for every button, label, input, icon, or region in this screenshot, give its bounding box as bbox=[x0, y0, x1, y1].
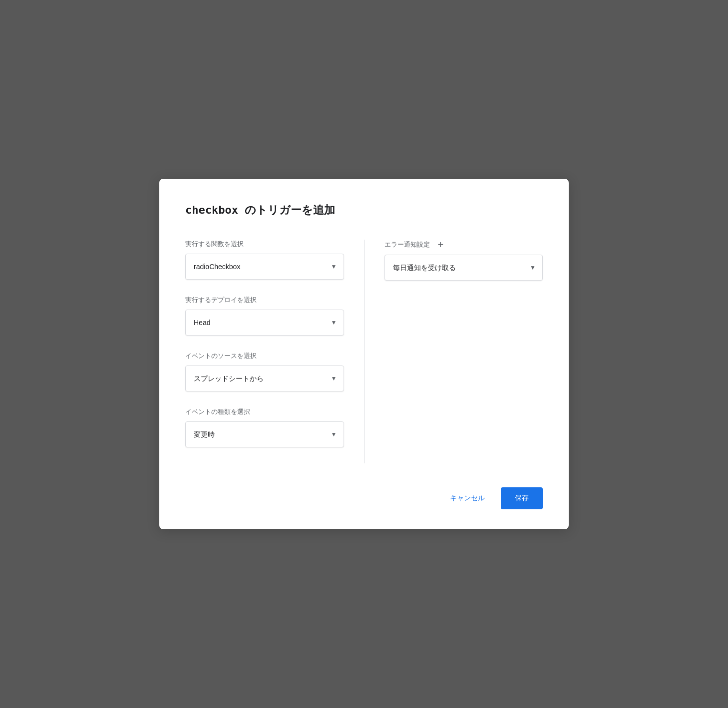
deploy-select-wrapper: Head ▼ bbox=[185, 310, 344, 336]
dialog-footer: キャンセル 保存 bbox=[185, 487, 543, 509]
right-panel: エラー通知設定 + 毎日通知を受け取る ▼ bbox=[364, 240, 543, 463]
event-type-field-group: イベントの種類を選択 変更時 ▼ bbox=[185, 407, 344, 447]
event-type-select[interactable]: 変更時 bbox=[185, 421, 344, 447]
error-notification-header: エラー通知設定 + bbox=[384, 240, 543, 250]
notification-select-wrapper: 毎日通知を受け取る ▼ bbox=[384, 255, 543, 281]
source-field-group: イベントのソースを選択 スプレッドシートから ▼ bbox=[185, 352, 344, 391]
save-button[interactable]: 保存 bbox=[501, 487, 543, 509]
dialog-title-checkbox: checkbox bbox=[185, 204, 238, 216]
function-label: 実行する関数を選択 bbox=[185, 240, 344, 249]
event-type-select-wrapper: 変更時 ▼ bbox=[185, 421, 344, 447]
dialog-overlay: checkbox のトリガーを追加 実行する関数を選択 radioCheckbo… bbox=[0, 0, 728, 708]
dialog-title-suffix: のトリガーを追加 bbox=[238, 204, 335, 216]
function-field-group: 実行する関数を選択 radioCheckbox ▼ bbox=[185, 240, 344, 280]
left-panel: 実行する関数を選択 radioCheckbox ▼ 実行するデプロイを選択 He… bbox=[185, 240, 364, 463]
error-notification-label: エラー通知設定 bbox=[384, 240, 430, 249]
source-select[interactable]: スプレッドシートから bbox=[185, 365, 344, 391]
dialog-title: checkbox のトリガーを追加 bbox=[185, 203, 543, 218]
deploy-select[interactable]: Head bbox=[185, 310, 344, 336]
function-select[interactable]: radioCheckbox bbox=[185, 254, 344, 280]
function-select-wrapper: radioCheckbox ▼ bbox=[185, 254, 344, 280]
deploy-label: 実行するデプロイを選択 bbox=[185, 296, 344, 305]
error-notification-field-group: エラー通知設定 + 毎日通知を受け取る ▼ bbox=[384, 240, 543, 281]
event-type-label: イベントの種類を選択 bbox=[185, 407, 344, 416]
add-notification-button[interactable]: + bbox=[436, 240, 446, 250]
dialog: checkbox のトリガーを追加 実行する関数を選択 radioCheckbo… bbox=[159, 179, 569, 529]
source-label: イベントのソースを選択 bbox=[185, 352, 344, 360]
dialog-body: 実行する関数を選択 radioCheckbox ▼ 実行するデプロイを選択 He… bbox=[185, 240, 543, 463]
cancel-button[interactable]: キャンセル bbox=[442, 489, 493, 508]
deploy-field-group: 実行するデプロイを選択 Head ▼ bbox=[185, 296, 344, 336]
notification-select[interactable]: 毎日通知を受け取る bbox=[384, 255, 543, 281]
source-select-wrapper: スプレッドシートから ▼ bbox=[185, 365, 344, 391]
